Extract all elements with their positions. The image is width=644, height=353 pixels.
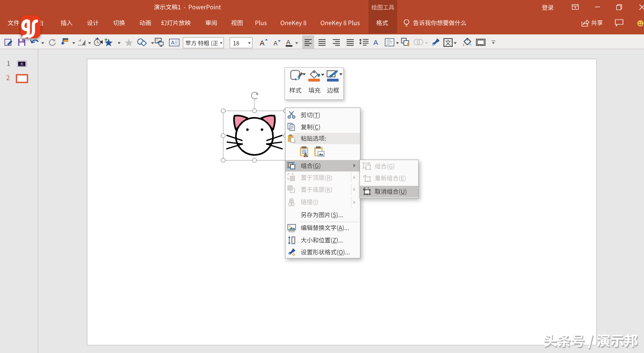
svg-text:A: A	[171, 40, 175, 45]
svg-text:A: A	[260, 39, 264, 47]
svg-text:A: A	[373, 38, 378, 46]
svg-text:A: A	[286, 39, 291, 46]
svg-text:A: A	[274, 40, 277, 47]
